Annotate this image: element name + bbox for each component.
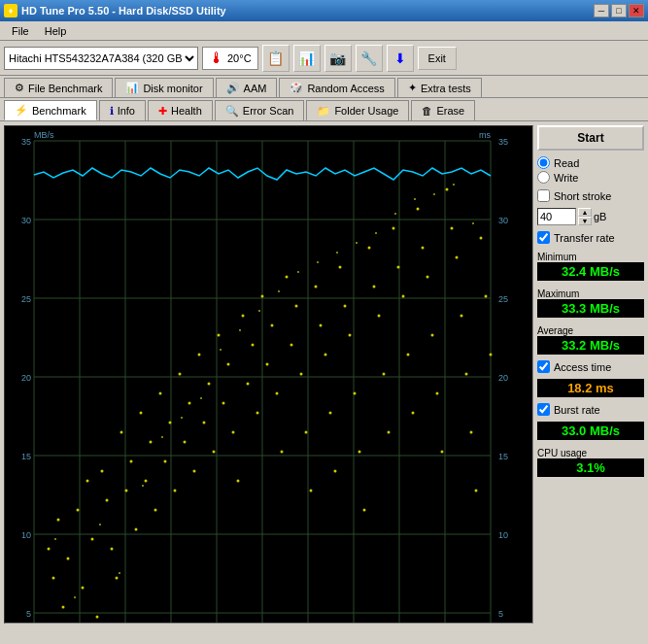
extra-tests-icon: ✦ [408,82,417,94]
error-scan-label: Error Scan [243,105,294,117]
burst-rate-item[interactable]: Burst rate [537,403,644,416]
health-icon: ✚ [158,105,167,118]
svg-point-73 [305,431,308,434]
transfer-rate-checkbox[interactable] [537,231,550,244]
tab-info[interactable]: ℹ Info [99,100,146,120]
svg-point-66 [271,324,274,327]
svg-point-77 [324,354,327,356]
svg-point-98 [426,276,429,279]
svg-point-80 [339,266,342,269]
folder-usage-label: Folder Usage [334,105,398,117]
svg-point-65 [266,363,269,366]
svg-point-92 [397,266,400,269]
tab-file-benchmark[interactable]: ⚙ File Benchmark [4,78,113,97]
toolbar-btn-1[interactable]: 📋 [262,45,290,72]
svg-point-56 [222,402,225,405]
svg-point-83 [354,392,357,395]
benchmark-label: Benchmark [32,105,86,117]
spin-down[interactable]: ▼ [578,217,592,225]
svg-point-93 [402,295,405,298]
menu-file[interactable]: File [4,23,37,39]
start-button[interactable]: Start [537,125,644,151]
maximum-value: 33.3 MB/s [537,299,644,318]
svg-point-127 [356,242,358,244]
write-radio[interactable] [537,171,550,184]
transfer-rate-item[interactable]: Transfer rate [537,231,644,244]
close-button[interactable]: ✕ [629,4,644,17]
spin-up[interactable]: ▲ [578,208,592,217]
svg-text:ms: ms [479,130,491,140]
temperature-display: 🌡 20°C [202,47,258,70]
tab-health[interactable]: ✚ Health [148,100,213,120]
maximize-button[interactable]: □ [611,4,627,17]
tab-error-scan[interactable]: 🔍 Error Scan [215,100,305,120]
svg-text:25: 25 [498,294,508,304]
access-time-value: 18.2 ms [537,379,644,397]
svg-point-28 [86,480,89,483]
access-time-item[interactable]: Access time [537,360,644,373]
svg-point-41 [150,441,153,444]
benchmark-icon: ⚡ [15,104,28,117]
svg-point-24 [67,558,70,560]
right-panel: Start Read Write Short stroke ▲ ▼ [537,125,644,624]
svg-point-20 [48,548,51,551]
svg-point-75 [315,286,318,288]
short-stroke-item[interactable]: Short stroke [537,189,644,202]
info-icon: ℹ [110,105,114,118]
read-option[interactable]: Read [537,156,644,169]
cpu-usage-section: CPU usage 3.1% [537,446,644,477]
aam-icon: 🔊 [226,82,240,94]
gb-input[interactable] [537,208,576,225]
menu-help[interactable]: Help [37,23,75,39]
svg-point-100 [436,392,439,395]
svg-point-120 [220,349,222,351]
svg-point-32 [106,499,109,502]
exit-button[interactable]: Exit [418,47,457,70]
file-benchmark-icon: ⚙ [15,82,24,94]
svg-point-88 [378,315,381,318]
toolbar-btn-5[interactable]: ⬇ [387,45,414,72]
thermometer-icon: 🌡 [209,50,224,67]
tab-folder-usage[interactable]: 📁 Folder Usage [306,100,409,120]
svg-point-122 [258,310,260,312]
svg-point-106 [465,373,468,376]
svg-point-117 [161,436,163,438]
toolbar-btn-2[interactable]: 📊 [293,45,321,72]
short-stroke-checkbox[interactable] [537,189,550,202]
tab-aam[interactable]: 🔊 AAM [216,78,278,97]
svg-point-46 [174,490,177,492]
drive-select[interactable]: Hitachi HTS543232A7A384 (320 GB) [4,47,198,70]
write-option[interactable]: Write [537,171,644,184]
svg-text:35: 35 [21,137,31,147]
svg-point-95 [412,412,415,415]
svg-point-57 [227,363,230,366]
svg-text:15: 15 [21,452,31,461]
svg-point-54 [213,451,216,454]
svg-point-108 [475,490,478,492]
tab-benchmark[interactable]: ⚡ Benchmark [4,100,97,120]
svg-point-26 [77,509,80,512]
svg-point-78 [329,412,332,415]
access-time-checkbox[interactable] [537,360,550,373]
svg-point-128 [375,232,377,234]
cpu-usage-value: 3.1% [537,458,644,477]
minimum-value: 32.4 MB/s [537,262,644,281]
average-section: Average 33.2 MB/s [537,323,644,355]
tab-random-access[interactable]: 🎲 Random Access [279,78,394,97]
error-scan-icon: 🔍 [225,105,239,118]
toolbar-btn-4[interactable]: 🔧 [356,45,383,72]
access-time-label: Access time [554,361,611,373]
tab-extra-tests[interactable]: ✦ Extra tests [397,78,482,97]
svg-point-55 [218,334,221,337]
burst-rate-checkbox[interactable] [537,403,550,416]
svg-point-132 [453,184,455,186]
read-radio[interactable] [537,156,550,169]
svg-point-107 [470,431,473,434]
tab-disk-monitor[interactable]: 📊 Disk monitor [115,78,213,97]
minimize-button[interactable]: ─ [594,4,609,17]
toolbar-btn-3[interactable]: 📷 [324,45,352,72]
menu-bar: File Help [0,21,648,41]
svg-point-126 [336,252,338,254]
tab-erase[interactable]: 🗑 Erase [411,100,475,120]
svg-point-53 [208,383,211,386]
